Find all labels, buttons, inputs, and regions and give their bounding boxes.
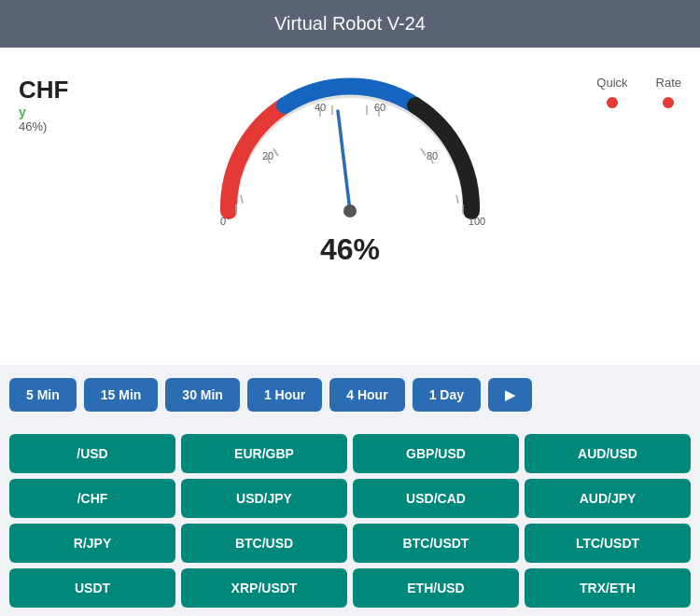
svg-point-20	[343, 204, 357, 217]
tf-1day[interactable]: 1 Day	[413, 378, 481, 412]
quick-col: Quick	[596, 76, 627, 108]
pair-ltcusdt[interactable]: LTC/USDT	[525, 524, 691, 563]
main-panel: CHF y 46%) 0 20	[0, 48, 700, 365]
pair-usdcad[interactable]: USD/CAD	[353, 479, 519, 518]
svg-line-16	[456, 195, 458, 203]
pair-xrpusdt[interactable]: XRP/USDT	[181, 568, 347, 608]
rate-col: Rate	[656, 76, 681, 108]
quick-label: Quick	[596, 76, 627, 90]
pair-btcusdt[interactable]: BTC/USDT	[353, 524, 519, 563]
rate-label: Rate	[656, 76, 681, 90]
gauge-percent: 46%	[210, 232, 490, 267]
right-info: Quick Rate	[596, 76, 681, 108]
pair-eurgbp[interactable]: EUR/GBP	[181, 434, 347, 473]
page-title: Virtual Robot V-24	[274, 13, 426, 34]
page-header: Virtual Robot V-24	[0, 0, 700, 48]
gauge-svg: 0 20 40 60 80 100	[210, 66, 490, 225]
pair-usdjpy[interactable]: USD/JPY	[181, 479, 347, 518]
tf-1hour[interactable]: 1 Hour	[247, 378, 322, 412]
rate-dot	[663, 97, 674, 108]
pair-chf[interactable]: /CHF	[9, 479, 175, 518]
pairs-grid: /USD EUR/GBP GBP/USD AUD/USD /CHF USD/JP…	[0, 425, 700, 616]
svg-line-9	[273, 148, 278, 156]
pair-usd-1[interactable]: /USD	[9, 434, 175, 473]
pair-trxeth[interactable]: TRX/ETH	[525, 568, 691, 608]
svg-text:60: 60	[374, 102, 385, 113]
pair-jpy[interactable]: R/JPY	[9, 524, 175, 563]
svg-text:100: 100	[469, 216, 485, 225]
pair-audusd[interactable]: AUD/USD	[525, 434, 691, 473]
gauge-wrapper: 0 20 40 60 80 100	[210, 66, 490, 267]
tf-more[interactable]: ▶	[488, 378, 532, 412]
svg-line-18	[338, 111, 350, 211]
svg-line-7	[241, 195, 243, 203]
timeframe-bar: 5 Min 15 Min 30 Min 1 Hour 4 Hour 1 Day …	[0, 365, 700, 425]
pair-usdt[interactable]: USDT	[9, 568, 175, 608]
pair-ethusd[interactable]: ETH/USD	[353, 568, 519, 608]
gauge-container: 0 20 40 60 80 100	[19, 66, 681, 267]
quick-dot	[607, 97, 618, 108]
pair-gbpusd[interactable]: GBP/USD	[353, 434, 519, 473]
tf-15min[interactable]: 15 Min	[84, 378, 159, 412]
tf-4hour[interactable]: 4 Hour	[329, 378, 404, 412]
tf-5min[interactable]: 5 Min	[9, 378, 77, 412]
pair-audjpy[interactable]: AUD/JPY	[525, 479, 691, 518]
pair-btcusd[interactable]: BTC/USD	[181, 524, 347, 563]
tf-30min[interactable]: 30 Min	[165, 378, 240, 412]
svg-line-14	[421, 148, 426, 156]
svg-text:0: 0	[220, 216, 226, 225]
